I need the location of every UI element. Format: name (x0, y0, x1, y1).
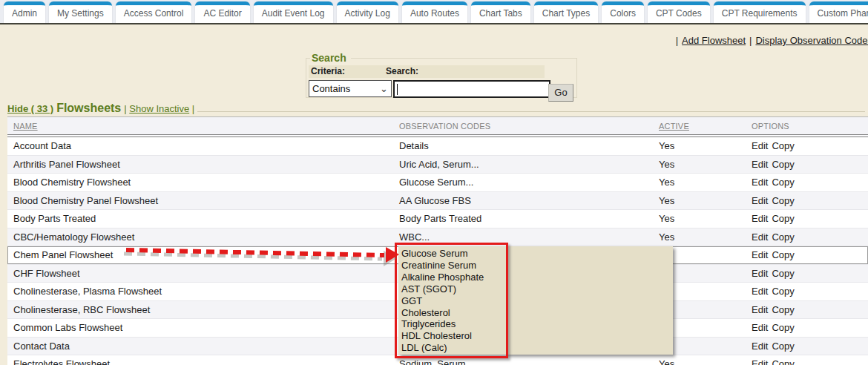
observation-codes-tooltip: Glucose Serum Creatinine Serum Alkaline … (398, 246, 673, 355)
table-row: Body Parts Treated Body Parts Treated Ye… (7, 210, 868, 228)
text-cursor (397, 84, 398, 95)
copy-link[interactable]: Copy (772, 177, 794, 188)
col-options: Options (746, 122, 868, 131)
chevron-down-icon: ⌄ (380, 85, 388, 93)
tab-activity-log[interactable]: Activity Log (337, 1, 398, 23)
copy-link[interactable]: Copy (772, 304, 794, 315)
tab-chart-tabs[interactable]: Chart Tabs (471, 1, 530, 23)
tab-ac-editor[interactable]: AC Editor (195, 1, 249, 23)
page-title: Flowsheets (56, 102, 121, 115)
options-cell: EditCopy (746, 177, 868, 188)
observation-codes-cell: Uric Acid, Serum... (393, 159, 653, 170)
link-separator: | (749, 35, 752, 46)
add-flowsheet-link[interactable]: Add Flowsheet (682, 35, 746, 46)
copy-link[interactable]: Copy (772, 286, 794, 297)
copy-link[interactable]: Copy (772, 268, 794, 279)
edit-link[interactable]: Edit (752, 177, 768, 188)
tab-cpt-requirements[interactable]: CPT Requirements (714, 1, 806, 23)
col-active[interactable]: Active (653, 122, 746, 131)
tab-chart-types[interactable]: Chart Types (534, 1, 598, 23)
edit-link[interactable]: Edit (752, 358, 768, 365)
search-controls-row: Contains ⌄ (309, 80, 574, 98)
name-cell: CBC/Hematology Flowsheet (7, 231, 393, 243)
tooltip-item: HDL Cholesterol (401, 330, 673, 342)
tooltip-item: AST (SGOT) (401, 283, 673, 295)
tab-access-control[interactable]: Access Control (116, 1, 192, 23)
go-button[interactable]: Go (548, 84, 573, 102)
col-observation-codes: Observation Codes (393, 122, 653, 131)
tab-my-settings[interactable]: My Settings (49, 1, 112, 23)
tab-colors[interactable]: Colors (602, 1, 644, 23)
copy-link[interactable]: Copy (772, 213, 794, 224)
show-inactive-link[interactable]: Show Inactive (129, 103, 189, 114)
name-cell: Blood Chemistry Panel Flowsheet (7, 195, 393, 206)
link-separator: | (676, 35, 678, 46)
options-cell: EditCopy (746, 286, 868, 297)
tab-cpt-codes[interactable]: CPT Codes (648, 1, 710, 23)
edit-link[interactable]: Edit (752, 322, 768, 333)
tab-bar: Admin My Settings Access Control AC Edit… (0, 0, 868, 24)
separator: | (124, 103, 126, 114)
show-inactive-wrap: | Show Inactive | (124, 103, 194, 114)
edit-link[interactable]: Edit (752, 341, 768, 352)
tab-admin[interactable]: Admin (4, 1, 45, 23)
copy-link[interactable]: Copy (772, 195, 794, 206)
active-cell: Yes (653, 195, 746, 206)
name-cell: Cholinesterase, Plasma Flowsheet (7, 286, 393, 297)
copy-link[interactable]: Copy (772, 249, 794, 260)
search-input[interactable] (393, 80, 550, 98)
col-name[interactable]: Name (7, 122, 393, 131)
name-cell: CHF Flowsheet (7, 268, 393, 279)
edit-link[interactable]: Edit (752, 304, 768, 315)
edit-link[interactable]: Edit (752, 249, 768, 260)
active-cell: Yes (653, 159, 746, 170)
copy-link[interactable]: Copy (772, 231, 794, 243)
edit-link[interactable]: Edit (752, 140, 768, 151)
observation-codes-cell: Body Parts Treated (393, 213, 653, 224)
tooltip-item: Creatinine Serum (401, 260, 673, 272)
search-labels-row: Criteria: Search: (309, 65, 545, 78)
edit-link[interactable]: Edit (752, 231, 768, 243)
options-cell: EditCopy (746, 159, 868, 170)
top-links: |Add Flowsheet|Display Observation Codes (672, 35, 868, 46)
copy-link[interactable]: Copy (772, 322, 794, 333)
edit-link[interactable]: Edit (752, 213, 768, 224)
options-cell: EditCopy (746, 268, 868, 279)
search-legend: Search (310, 52, 351, 64)
table-row: Arthritis Panel Flowsheet Uric Acid, Ser… (7, 156, 868, 174)
copy-link[interactable]: Copy (772, 341, 794, 352)
edit-link[interactable]: Edit (752, 286, 768, 297)
name-cell: Arthritis Panel Flowsheet (7, 159, 393, 170)
options-cell: EditCopy (746, 322, 868, 333)
hide-count-link[interactable]: Hide ( 33 ) (7, 103, 53, 114)
active-cell: Yes (653, 140, 746, 151)
edit-link[interactable]: Edit (752, 268, 768, 279)
copy-link[interactable]: Copy (772, 140, 794, 151)
flowsheets-bar: Hide ( 33 ) Flowsheets | Show Inactive | (7, 102, 865, 116)
name-cell: Common Labs Flowsheet (7, 322, 393, 333)
tab-audit-event-log[interactable]: Audit Event Log (254, 1, 333, 23)
edit-link[interactable]: Edit (752, 159, 768, 170)
copy-link[interactable]: Copy (772, 358, 794, 365)
table-row: Electrolytes Flowsheet Sodium, Serum... … (7, 355, 868, 365)
options-cell: EditCopy (746, 231, 868, 243)
name-cell: Electrolytes Flowsheet (7, 358, 393, 365)
search-label: Search: (384, 65, 418, 78)
observation-codes-cell: Sodium, Serum... (393, 358, 653, 365)
tab-auto-routes[interactable]: Auto Routes (402, 1, 467, 23)
edit-link[interactable]: Edit (752, 195, 768, 206)
display-observation-codes-link[interactable]: Display Observation Codes (755, 35, 868, 46)
table-header: Name Observation Codes Active Options (7, 116, 868, 135)
name-cell: Account Data (7, 140, 393, 151)
tab-custom-pharmacy[interactable]: Custom Pharmacy (809, 1, 868, 23)
active-cell: Yes (653, 177, 746, 188)
copy-link[interactable]: Copy (772, 159, 794, 170)
name-cell: Cholinesterase, RBC Flowsheet (7, 304, 393, 315)
active-cell: Yes (653, 213, 746, 224)
options-cell: EditCopy (746, 249, 868, 260)
tooltip-item: Cholesterol (401, 307, 673, 319)
name-cell: Chem Panel Flowsheet (7, 249, 393, 260)
criteria-select[interactable]: Contains ⌄ (309, 80, 392, 97)
tooltip-item: Triglycerides (401, 318, 673, 330)
observation-codes-cell: AA Glucose FBS (393, 195, 653, 206)
